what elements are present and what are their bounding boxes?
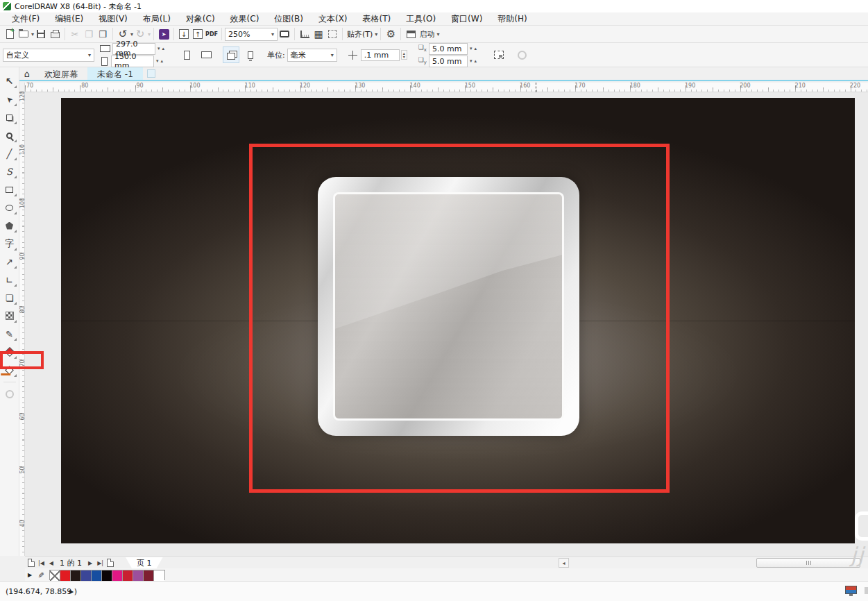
menu-item[interactable]: 文件(F) (4, 12, 47, 26)
new-document-button[interactable]: + (3, 27, 17, 42)
horizontal-scrollbar[interactable] (570, 558, 868, 568)
home-icon[interactable]: ⌂ (19, 69, 35, 79)
new-document-tab-button[interactable] (147, 69, 155, 78)
zoom-dropdown-icon[interactable]: ▾ (271, 31, 274, 37)
polygon-tool[interactable] (1, 217, 19, 235)
color-swatch[interactable] (92, 570, 102, 581)
width-spin-down[interactable]: ▾ (158, 46, 160, 51)
tab-untitled-document[interactable]: 未命名 -1 (87, 67, 143, 80)
save-button[interactable] (34, 27, 48, 42)
rectangle-tool[interactable] (1, 180, 19, 198)
menu-item[interactable]: 位图(B) (266, 12, 311, 26)
nudge-spinner[interactable]: ▴▾ (401, 50, 407, 60)
shape-tool[interactable]: ➤ (1, 90, 19, 108)
text-tool[interactable]: 字 (1, 235, 19, 253)
crop-tool[interactable] (1, 108, 19, 126)
dupy-spin-up[interactable]: ▴ (474, 58, 477, 64)
ellipse-tool[interactable] (1, 198, 19, 217)
palette-eyedropper-icon[interactable]: ✎ (36, 571, 45, 577)
menu-item[interactable]: 对象(C) (178, 12, 223, 26)
horizontal-scrollbar-thumb[interactable] (756, 558, 860, 568)
menu-item[interactable]: 表格(T) (355, 12, 399, 26)
palette-flyout-icon[interactable]: ▶ (28, 572, 32, 578)
color-swatch[interactable] (123, 570, 133, 581)
color-swatch[interactable] (144, 570, 154, 581)
menu-item[interactable]: 布局(L) (135, 12, 178, 26)
print-button[interactable] (48, 27, 62, 42)
menu-item[interactable]: 工具(O) (398, 12, 443, 26)
menu-item[interactable]: 窗口(W) (443, 12, 490, 26)
show-rulers-button[interactable] (298, 27, 312, 42)
treat-as-filled-button[interactable] (491, 46, 507, 63)
menu-item[interactable]: 效果(C) (223, 12, 267, 26)
current-page-button[interactable] (242, 46, 259, 63)
color-swatch[interactable] (112, 570, 123, 581)
add-page-after-button[interactable] (107, 559, 114, 567)
units-dropdown-icon[interactable]: ▾ (331, 52, 334, 58)
all-pages-button[interactable] (223, 46, 239, 63)
previous-page-button[interactable]: ◀ (48, 560, 55, 566)
dupx-spin-up[interactable]: ▴ (474, 46, 477, 51)
color-eyedropper-tool[interactable]: ✎ (1, 325, 19, 343)
canvas-background-image[interactable] (61, 98, 855, 543)
app-launcher-button[interactable]: ➤ (157, 27, 171, 42)
duplicate-y-field[interactable]: 5.0 mm (429, 56, 468, 67)
options-gear-button[interactable]: ⚙ (384, 27, 398, 42)
snap-to-dropdown-icon[interactable]: ▾ (375, 31, 377, 37)
portrait-button[interactable] (178, 46, 195, 63)
swatch-no-color[interactable] (50, 570, 60, 581)
pick-tool[interactable]: ↖ (1, 72, 19, 90)
color-swatch[interactable] (71, 570, 81, 581)
color-swatch[interactable] (81, 570, 92, 581)
menu-item[interactable]: 文本(X) (311, 12, 355, 26)
scroll-left-button[interactable]: ◂ (559, 558, 569, 568)
color-swatch[interactable] (154, 570, 164, 581)
zoom-tool[interactable] (1, 126, 19, 144)
next-page-button[interactable]: ▶ (87, 560, 94, 566)
height-spin-up[interactable]: ▴ (161, 58, 164, 64)
add-page-before-button[interactable] (28, 559, 35, 567)
color-settings-monitor-icon[interactable] (845, 586, 857, 594)
snap-to-label[interactable]: 贴齐(T) (347, 29, 373, 40)
drawing-workspace[interactable] (25, 92, 868, 556)
menu-item[interactable]: 视图(V) (91, 12, 135, 26)
horizontal-ruler[interactable]: 7080901001101201301401501601701801902002… (25, 83, 868, 92)
import-button[interactable]: ↓ (177, 27, 191, 42)
fullscreen-preview-button[interactable] (278, 27, 291, 42)
open-button[interactable] (17, 27, 31, 42)
bspline-tool[interactable]: S (1, 162, 19, 180)
page-1-tab[interactable]: 页 1 (126, 557, 163, 568)
status-expand-icon[interactable]: ▶ (69, 589, 74, 595)
connector-tool[interactable]: ∟ (1, 271, 19, 289)
menu-item[interactable]: 编辑(E) (47, 12, 91, 26)
drop-shadow-tool[interactable]: ❏ (1, 289, 19, 307)
zoom-level-combobox[interactable]: 250% ▾ (225, 28, 278, 41)
export-button[interactable]: ↑ (191, 27, 205, 42)
launch-label[interactable]: 启动 (419, 29, 434, 40)
page-size-preset-combobox[interactable]: 自定义 ▾ (3, 49, 94, 62)
units-combobox[interactable]: 毫米 ▾ (287, 49, 337, 62)
launch-dropdown-icon[interactable]: ▾ (436, 31, 439, 37)
show-grid-button[interactable]: ▦ (312, 27, 325, 42)
tab-welcome-screen[interactable]: 欢迎屏幕 (35, 67, 87, 80)
height-spin-down[interactable]: ▾ (156, 58, 159, 64)
duplicate-x-field[interactable]: 5.0 mm (429, 43, 468, 55)
menu-item[interactable]: 帮助(H) (490, 12, 534, 26)
vertical-ruler[interactable]: 120110100908070605040 (19, 92, 25, 556)
dimension-tool[interactable]: ↗ (1, 253, 19, 271)
glass-button-graphic[interactable] (318, 177, 579, 436)
last-page-button[interactable]: ▶| (96, 560, 105, 566)
freehand-tool[interactable]: ╱ (1, 144, 19, 162)
first-page-button[interactable]: |◀ (37, 560, 46, 566)
preset-dropdown-icon[interactable]: ▾ (88, 52, 91, 58)
publish-pdf-button[interactable]: PDF (205, 27, 219, 42)
color-swatch[interactable] (133, 570, 144, 581)
landscape-button[interactable] (198, 46, 214, 63)
show-guidelines-button[interactable] (325, 27, 339, 42)
color-swatch[interactable] (102, 570, 112, 581)
page-height-field[interactable]: 150.0 mm (111, 56, 154, 67)
dupy-spin-down[interactable]: ▾ (470, 58, 473, 64)
width-spin-up[interactable]: ▴ (162, 46, 165, 51)
transparency-tool[interactable] (1, 307, 19, 325)
dupx-spin-down[interactable]: ▾ (470, 46, 473, 51)
